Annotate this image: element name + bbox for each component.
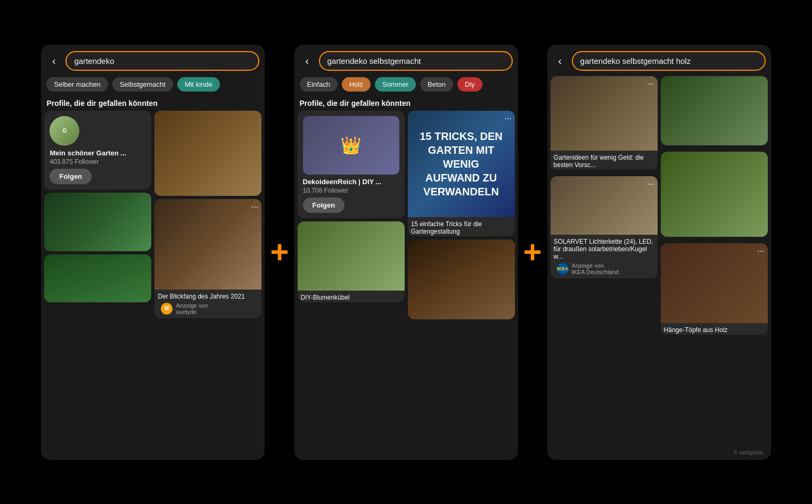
advertiser-name-1: wurtyde <box>176 309 208 315</box>
avatar-1: G <box>50 116 79 146</box>
back-button-2[interactable]: ‹ <box>300 55 315 67</box>
chip-einfach[interactable]: Einfach <box>300 77 338 92</box>
small-card-1[interactable] <box>44 193 151 251</box>
crown-icon: 👑 <box>340 135 362 155</box>
panel-1: ‹ Selber machen Selbstgemacht Mit kinde … <box>41 45 265 460</box>
big-text-content: 15 TRICKS, DEN GARTEN MIT WENIG AUFWAND … <box>415 129 507 199</box>
panel-2: ‹ Einfach Holz Sommer Beton Diy Profile,… <box>294 45 518 460</box>
chip-diy[interactable]: Diy <box>457 77 482 92</box>
search-input-3[interactable] <box>572 51 766 71</box>
card-dots-4[interactable]: ··· <box>647 179 654 189</box>
panel-3: ‹ ··· Gartenideen für wenig Geld: die be… <box>547 45 771 460</box>
card-title-pots: Hänge-Töpfe aus Holz <box>664 326 765 334</box>
profile-name-2: DekoideenReich | DIY ... <box>303 178 382 186</box>
back-button-1[interactable]: ‹ <box>46 55 61 67</box>
chip-selbstgemacht[interactable]: Selbstgemacht <box>112 77 173 92</box>
back-button-3[interactable]: ‹ <box>553 55 568 67</box>
card-dots-5[interactable]: ··· <box>757 246 764 256</box>
right-col-1: ··· Gartenideen für wenig Geld: die best… <box>551 76 658 338</box>
big-card-1[interactable] <box>154 111 261 196</box>
ikea-advertiser-name: IKEA Deutschland <box>572 269 619 275</box>
plus-icon-1: + <box>270 234 289 270</box>
big-text-card[interactable]: 15 TRICKS, DEN GARTEN MIT WENIG AUFWAND … <box>408 111 515 236</box>
follower-count-2: 10.708 Follower <box>303 187 382 194</box>
chip-selber-machen[interactable]: Selber machen <box>46 77 108 92</box>
profile-card-1[interactable]: G Mein schöner Garten ... 403.875 Follow… <box>44 111 151 189</box>
search-bar-row-2: ‹ <box>294 45 518 74</box>
top-right-card[interactable] <box>661 76 768 145</box>
chip-beton[interactable]: Beton <box>420 77 453 92</box>
ad-card-1[interactable]: ··· Der Blickfang des Jahres 2021 W Anze… <box>154 199 261 318</box>
advertiser-row-1: W Anzeige von wurtyde <box>158 300 258 317</box>
content-area-1: G Mein schöner Garten ... 403.875 Follow… <box>41 111 265 460</box>
small-card-2[interactable] <box>44 254 151 302</box>
search-bar-row-1: ‹ <box>41 45 265 74</box>
advertiser-row-3: IKEA Anzeige von IKEA Deutschland <box>554 260 654 277</box>
plus-icon-2: + <box>523 234 542 270</box>
content-area-3: ··· Gartenideen für wenig Geld: die best… <box>547 74 771 460</box>
chips-row-1: Selber machen Selbstgemacht Mit kinde <box>41 74 265 97</box>
advertiser-logo-1: W <box>161 303 173 315</box>
bottom-card-2[interactable]: DIY-Blumenkübel <box>298 221 405 302</box>
follow-button-1[interactable]: Folgen <box>50 169 92 184</box>
chip-mit-kinde[interactable]: Mit kinde <box>177 77 220 92</box>
search-input-1[interactable] <box>65 51 259 71</box>
follow-button-2[interactable]: Folgen <box>303 197 345 213</box>
content-area-2: 👑 DekoideenReich | DIY ... 10.708 Follow… <box>294 111 518 460</box>
card-title-1: Der Blickfang des Jahres 2021 <box>158 293 258 300</box>
search-bar-row-3: ‹ <box>547 45 771 74</box>
section-label-2: Profile, die dir gefallen könnten <box>294 97 518 111</box>
follower-count-1: 403.875 Follower <box>50 158 99 166</box>
ikea-card[interactable]: ··· SOLARVET Lichterkette (24), LED, für… <box>551 176 658 278</box>
profile-card-2[interactable]: 👑 DekoideenReich | DIY ... 10.708 Follow… <box>298 111 405 218</box>
col-left-1: G Mein schöner Garten ... 403.875 Follow… <box>44 111 151 321</box>
col-right-2: 15 TRICKS, DEN GARTEN MIT WENIG AUFWAND … <box>408 111 515 323</box>
section-label-1: Profile, die dir gefallen könnten <box>41 97 265 111</box>
chips-row-2: Einfach Holz Sommer Beton Diy <box>294 74 518 97</box>
card-dots-3[interactable]: ··· <box>647 79 654 89</box>
garden-ideas-card[interactable]: ··· Gartenideen für wenig Geld: die best… <box>551 76 658 170</box>
hanging-pots-card[interactable]: ··· Hänge-Töpfe aus Holz <box>661 243 768 335</box>
bottom-right-card[interactable] <box>661 152 768 237</box>
ikea-logo: IKEA <box>557 263 569 275</box>
card-dots-1[interactable]: ··· <box>251 202 258 212</box>
small-card-3[interactable] <box>408 239 515 319</box>
right-col-2: ··· Hänge-Töpfe aus Holz <box>661 76 768 338</box>
col-right-1: ··· Der Blickfang des Jahres 2021 W Anze… <box>154 111 261 321</box>
card-title-tricks: 15 einfache Tricks für die Gartengestalt… <box>411 220 512 235</box>
card-dots-2[interactable]: ··· <box>504 114 511 123</box>
watermark: © netspirits. <box>733 449 764 456</box>
profile-name-1: Mein schöner Garten ... <box>50 149 126 157</box>
profile-img-2: 👑 <box>303 116 399 175</box>
card-title-diy: DIY-Blumenkübel <box>301 294 401 301</box>
advertiser-label-1: Anzeige von <box>176 302 208 309</box>
chip-sommer[interactable]: Sommer <box>375 77 416 92</box>
card-title-3: Gartenideen für wenig Geld: die besten V… <box>554 154 654 169</box>
col-left-2: 👑 DekoideenReich | DIY ... 10.708 Follow… <box>298 111 405 323</box>
chip-holz[interactable]: Holz <box>342 77 371 92</box>
search-input-2[interactable] <box>319 51 513 71</box>
card-title-ikea: SOLARVET Lichterkette (24), LED, für dra… <box>554 238 654 260</box>
ikea-advertiser-label: Anzeige von <box>572 262 619 269</box>
